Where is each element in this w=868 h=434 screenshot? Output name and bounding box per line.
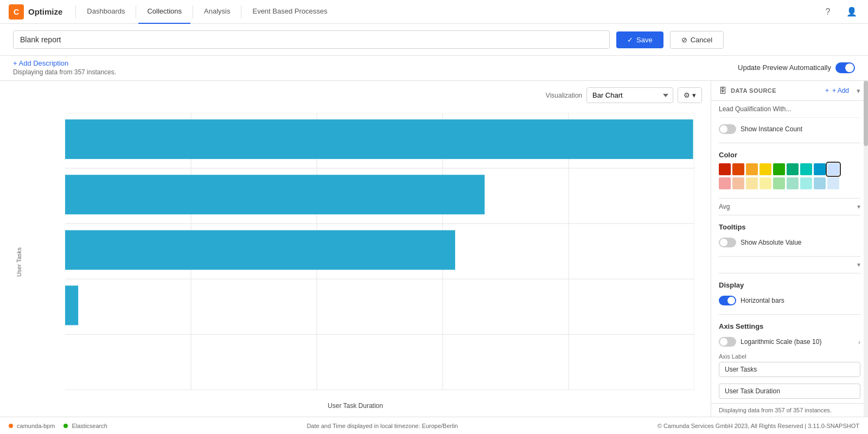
color-swatch-light-sky[interactable] [814, 177, 826, 189]
plus-icon: + [825, 87, 829, 94]
brand: C Optimize [9, 4, 62, 20]
panel-add-button[interactable]: + + Add [825, 87, 849, 94]
update-preview-area: Update Preview Automatically [738, 62, 855, 73]
nav-dashboards[interactable]: Dashboards [78, 0, 133, 24]
update-preview-toggle[interactable] [835, 62, 855, 73]
chevron-down-icon-2: ▾ [857, 261, 860, 269]
source2-indicator: Elasticsearch [63, 423, 107, 429]
instance-count-section: Show Instance Count [719, 118, 860, 143]
bar-basic-lead[interactable] [65, 175, 484, 214]
nav-event-processes[interactable]: Event Based Processes [244, 0, 336, 24]
panel-scroll: Lead Qualification With... Show Instance… [711, 101, 868, 403]
axis-label-x-input[interactable] [719, 362, 860, 377]
axis-label-y-input[interactable] [719, 384, 860, 399]
horizontal-bars-toggle[interactable] [719, 296, 736, 305]
color-swatch-light-orange[interactable] [746, 177, 758, 189]
bottom-status: Displaying data from 357 of 357 instance… [711, 403, 868, 417]
report-title-input[interactable] [13, 30, 610, 49]
update-preview-label: Update Preview Automatically [738, 63, 831, 72]
color-swatch-light-blue[interactable] [827, 163, 839, 175]
axis-settings-header: Axis Settings [719, 317, 860, 333]
toolbar: ✓ Save ⊘ Cancel [0, 24, 868, 56]
color-section: Color [719, 143, 860, 199]
source1-indicator: camunda-bpm [9, 423, 55, 429]
absolute-value-row: Show Absolute Value [719, 233, 860, 252]
color-swatch-teal[interactable] [800, 163, 812, 175]
viz-label: Visualization [546, 92, 582, 99]
collapsed-section-1[interactable]: Avg ▾ [719, 199, 860, 215]
footer-center: Date and Time displayed in local timezon… [107, 423, 658, 429]
color-swatch-blue[interactable] [814, 163, 826, 175]
cancel-icon: ⊘ [681, 36, 687, 44]
nav-analysis[interactable]: Analysis [195, 0, 239, 24]
color-swatch-green[interactable] [773, 163, 785, 175]
display-section: Display Horizontal bars [719, 273, 860, 315]
panel-header: 🗄 DATA SOURCE + + Add ▾ [711, 81, 868, 101]
scrollbar-track [864, 81, 868, 417]
avg-label: Avg [719, 203, 730, 210]
color-swatch-light-teal-green[interactable] [787, 177, 799, 189]
bar-assign-lead[interactable] [65, 285, 78, 325]
bar-research-lead[interactable] [65, 230, 455, 270]
source2-label: Elasticsearch [72, 423, 107, 429]
add-description-link[interactable]: + Add Description [13, 59, 116, 67]
color-row-2 [719, 177, 860, 189]
color-swatch-teal-green[interactable] [787, 163, 799, 175]
scrollbar-thumb[interactable] [864, 81, 868, 146]
color-swatch-pink[interactable] [719, 177, 731, 189]
save-button[interactable]: ✓ Save [616, 31, 663, 48]
expand-icon[interactable]: ▾ [857, 87, 860, 95]
right-panel: 🗄 DATA SOURCE + + Add ▾ Lead Qualificati… [711, 81, 868, 417]
color-swatch-orange[interactable] [746, 163, 758, 175]
viz-select[interactable]: Bar Chart Line Chart Pie Chart Number Ta… [586, 87, 673, 103]
absolute-value-toggle[interactable] [719, 238, 736, 247]
collapsed-section-2[interactable]: ▾ [719, 257, 860, 273]
main-body: Visualization Bar Chart Line Chart Pie C… [0, 81, 868, 417]
footer: camunda-bpm Elasticsearch Date and Time … [0, 417, 868, 434]
instance-info: Displaying data from 357 instances. [13, 68, 116, 76]
axis-label-y-row [719, 381, 860, 403]
panel-header-title: DATA SOURCE [731, 87, 821, 94]
color-swatch-peach[interactable] [732, 177, 744, 189]
display-header: Display [719, 276, 860, 291]
instance-count-row: Show Instance Count [719, 120, 860, 138]
sub-toolbar: + Add Description Displaying data from 3… [0, 56, 868, 81]
add-label: + Add [832, 87, 849, 94]
gear-icon: ⚙ [684, 91, 690, 99]
axis-settings-expand-icon[interactable]: › [858, 338, 860, 346]
color-swatch-light-green[interactable] [773, 177, 785, 189]
axis-label-text: Axis Label [719, 353, 860, 360]
color-swatch-red[interactable] [719, 163, 731, 175]
tooltips-header: Tooltips [719, 218, 860, 233]
chevron-down-icon-1: ▾ [857, 203, 860, 210]
source1-label: camunda-bpm [17, 423, 55, 429]
save-label: Save [636, 36, 653, 44]
chevron-down-icon: ▾ [692, 91, 696, 99]
chart-area: Visualization Bar Chart Line Chart Pie C… [0, 81, 711, 417]
instance-count-toggle[interactable] [719, 124, 736, 134]
color-swatch-light-teal[interactable] [800, 177, 812, 189]
viz-controls: Visualization Bar Chart Line Chart Pie C… [0, 81, 711, 107]
top-nav: C Optimize Dashboards Collections Analys… [0, 0, 868, 24]
footer-left: camunda-bpm Elasticsearch [9, 423, 107, 429]
color-swatch-pale-blue[interactable] [827, 177, 839, 189]
user-button[interactable]: 👤 [844, 4, 859, 20]
bar-conduct-discovery[interactable] [65, 119, 693, 159]
logarithmic-toggle[interactable] [719, 337, 736, 347]
database-icon: 🗄 [719, 86, 726, 95]
logarithmic-label: Logarithmic Scale (base 10) [741, 338, 821, 346]
chart-inner: Conduct Discovery Call Do Basic Lead Qua… [0, 107, 711, 417]
cancel-button[interactable]: ⊘ Cancel [670, 31, 724, 49]
nav-collections[interactable]: Collections [138, 0, 190, 24]
viz-gear-button[interactable]: ⚙ ▾ [678, 87, 702, 103]
nav-separator-4 [241, 5, 241, 18]
color-swatch-light-yellow[interactable] [760, 177, 771, 189]
color-swatch-yellow[interactable] [760, 163, 771, 175]
chart-svg: Conduct Discovery Call Do Basic Lead Qua… [65, 113, 694, 390]
instance-count-label: Show Instance Count [741, 125, 802, 133]
source1-dot [9, 424, 13, 428]
help-button[interactable]: ? [820, 4, 835, 20]
color-swatch-orange-red[interactable] [732, 163, 744, 175]
nav-right: ? 👤 [820, 4, 859, 20]
data-source-item[interactable]: Lead Qualification With... [719, 101, 860, 118]
